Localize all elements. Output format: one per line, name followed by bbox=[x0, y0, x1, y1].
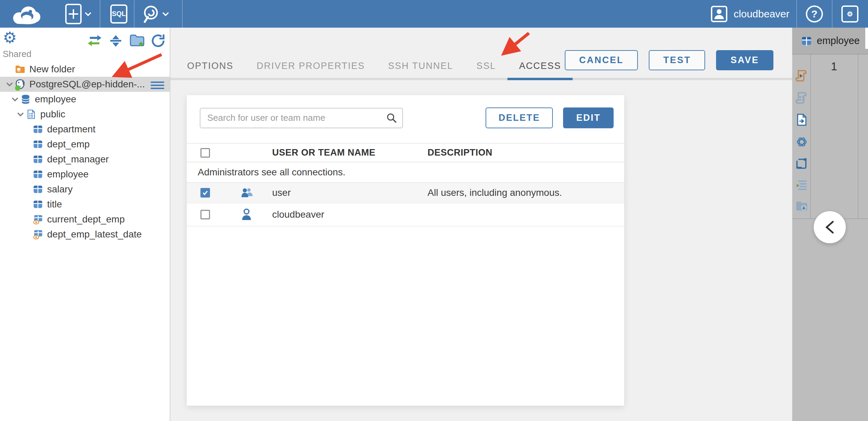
grid-divider bbox=[810, 55, 811, 218]
tree-item-table-dept-emp[interactable]: dept_emp bbox=[0, 137, 170, 152]
tree-item-view-current-dept-emp[interactable]: current_dept_emp bbox=[0, 212, 170, 227]
name-column-header: USER OR TEAM NAME bbox=[272, 147, 428, 158]
row-number-cell: 1 bbox=[810, 60, 858, 73]
help-button[interactable]: ? bbox=[806, 5, 823, 23]
collapse-panel-button[interactable] bbox=[814, 211, 846, 243]
access-toolbar: DELETE EDIT bbox=[187, 95, 624, 128]
select-all-checkbox[interactable] bbox=[200, 148, 210, 158]
collapse-all-icon[interactable] bbox=[108, 32, 124, 49]
panel-scrollbar[interactable] bbox=[865, 28, 868, 49]
editor-action-buttons: CANCEL TEST SAVE bbox=[565, 50, 773, 70]
topbar-divider bbox=[134, 0, 135, 28]
team-icon bbox=[240, 186, 272, 200]
tree-item-table-dept-manager[interactable]: dept_manager bbox=[0, 152, 170, 167]
schema-icon bbox=[26, 109, 36, 119]
tree-item-new-folder[interactable]: New folder bbox=[0, 62, 170, 77]
topbar-divider bbox=[832, 0, 832, 28]
chevron-down-icon[interactable] bbox=[4, 82, 15, 87]
tree-item-label: current_dept_emp bbox=[47, 214, 125, 225]
chevron-down-icon[interactable] bbox=[15, 112, 26, 117]
topbar-divider bbox=[796, 0, 797, 28]
tab-options[interactable]: OPTIONS bbox=[176, 28, 245, 80]
table-header-row: USER OR TEAM NAME DESCRIPTION bbox=[187, 143, 624, 162]
cancel-button[interactable]: CANCEL bbox=[565, 50, 638, 70]
view-icon bbox=[33, 214, 43, 224]
top-app-bar: SQL cloudbeaver ? ⚙ bbox=[0, 0, 868, 28]
table-icon bbox=[801, 35, 812, 46]
tree-item-label: employee bbox=[35, 94, 76, 105]
tree-item-label: dept_emp_latest_date bbox=[47, 229, 142, 240]
sync-connection-icon[interactable] bbox=[86, 32, 103, 49]
connection-status-dot bbox=[15, 85, 20, 91]
settings-button[interactable]: ⚙ bbox=[841, 5, 858, 23]
chevron-left-icon bbox=[824, 220, 836, 235]
table-row-user[interactable]: user All users, including anonymous. bbox=[187, 183, 624, 203]
row-checkbox-checked[interactable] bbox=[200, 188, 210, 198]
navigator-settings-gear-icon[interactable]: ⚙ bbox=[3, 30, 17, 45]
tree-item-table-department[interactable]: department bbox=[0, 122, 170, 137]
plus-square-icon bbox=[65, 3, 82, 25]
new-connection-button[interactable] bbox=[65, 3, 92, 25]
navigator-tree: New folder PostgreSQL@ep-hidden-... empl… bbox=[0, 62, 170, 242]
row-description: All users, including anonymous. bbox=[428, 187, 611, 198]
tree-item-label: employee bbox=[47, 169, 88, 180]
result-tab-label[interactable]: employee bbox=[817, 35, 860, 46]
connection-driver-button[interactable] bbox=[142, 4, 170, 24]
table-icon bbox=[33, 139, 43, 149]
tab-access[interactable]: ACCESS bbox=[507, 28, 573, 80]
description-column-header: DESCRIPTION bbox=[428, 147, 611, 158]
tree-section-label: Shared bbox=[3, 49, 31, 59]
user-menu-button[interactable]: cloudbeaver bbox=[711, 5, 789, 23]
tree-item-database-employee[interactable]: employee bbox=[0, 92, 170, 107]
tree-item-label: dept_emp bbox=[47, 139, 90, 150]
edit-button[interactable]: EDIT bbox=[563, 107, 614, 128]
cloudbeaver-logo[interactable] bbox=[9, 3, 47, 25]
ai-assistant-icon[interactable] bbox=[795, 135, 809, 149]
refresh-icon[interactable] bbox=[150, 32, 166, 49]
script-results-icon[interactable] bbox=[795, 91, 809, 104]
frame-selection-icon[interactable] bbox=[795, 157, 809, 170]
topbar-divider bbox=[100, 0, 100, 28]
delete-button[interactable]: DELETE bbox=[486, 107, 553, 128]
settings-gear-icon: ⚙ bbox=[841, 5, 858, 23]
connection-editor: OPTIONS DRIVER PROPERTIES SSH TUNNEL SSL… bbox=[170, 28, 792, 421]
tree-item-table-title[interactable]: title bbox=[0, 197, 170, 212]
tree-item-label: dept_manager bbox=[47, 154, 109, 165]
tab-driver-properties[interactable]: DRIVER PROPERTIES bbox=[245, 28, 377, 80]
access-grants-table: USER OR TEAM NAME DESCRIPTION Administra… bbox=[187, 143, 624, 227]
execute-script-icon[interactable] bbox=[795, 69, 809, 82]
sql-editor-button[interactable]: SQL bbox=[110, 4, 127, 24]
topbar-divider bbox=[182, 0, 183, 28]
table-row-cloudbeaver[interactable]: cloudbeaver bbox=[187, 203, 624, 227]
tab-ssl[interactable]: SSL bbox=[465, 28, 507, 80]
tree-item-table-salary[interactable]: salary bbox=[0, 182, 170, 197]
save-to-folder-icon[interactable] bbox=[795, 199, 809, 213]
folder-database-icon bbox=[15, 64, 25, 74]
table-icon bbox=[33, 169, 43, 179]
navigator-toolbar bbox=[86, 32, 166, 49]
chevron-down-icon[interactable] bbox=[10, 97, 20, 102]
tree-item-postgresql-connection[interactable]: PostgreSQL@ep-hidden-... bbox=[0, 77, 170, 92]
cloudbeaver-logo-icon bbox=[9, 3, 47, 25]
connection-menu-icon[interactable] bbox=[151, 80, 164, 91]
tabs-underline-track bbox=[170, 78, 792, 80]
export-data-icon[interactable] bbox=[795, 113, 809, 127]
tab-ssh-tunnel[interactable]: SSH TUNNEL bbox=[377, 28, 465, 80]
test-button[interactable]: TEST bbox=[649, 50, 705, 70]
tree-item-schema-public[interactable]: public bbox=[0, 107, 170, 122]
row-checkbox-unchecked[interactable] bbox=[200, 210, 210, 219]
tree-item-view-dept-emp-latest-date[interactable]: dept_emp_latest_date bbox=[0, 227, 170, 242]
row-name: cloudbeaver bbox=[272, 209, 428, 220]
table-icon bbox=[33, 124, 43, 134]
search-field-wrap bbox=[200, 108, 403, 128]
new-folder-icon[interactable] bbox=[129, 32, 145, 49]
search-input[interactable] bbox=[200, 108, 403, 128]
execution-plan-icon[interactable] bbox=[795, 178, 809, 191]
grid-divider bbox=[858, 55, 858, 218]
tree-item-label: department bbox=[47, 124, 96, 135]
tree-item-table-employee[interactable]: employee bbox=[0, 167, 170, 182]
search-icon bbox=[386, 112, 397, 124]
save-button[interactable]: SAVE bbox=[716, 50, 773, 70]
table-icon bbox=[33, 184, 43, 194]
access-panel-card: DELETE EDIT USER OR TEAM NAME DESCRIPTIO… bbox=[187, 95, 624, 406]
